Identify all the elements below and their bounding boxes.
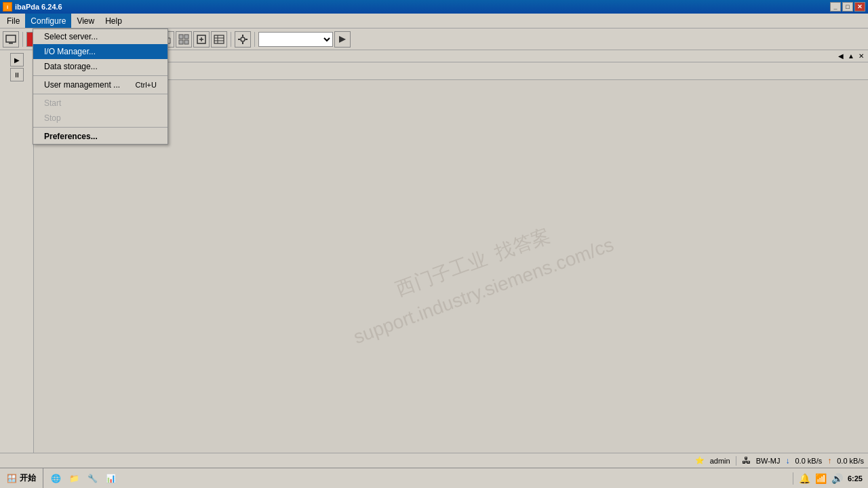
toolbar-go-btn[interactable] bbox=[334, 31, 351, 48]
download-icon: ↓ bbox=[786, 456, 790, 466]
status-upload: 0.0 kB/s bbox=[837, 457, 864, 465]
toolbar-add-btn[interactable] bbox=[193, 31, 210, 48]
start-button[interactable]: 🪟 开始 bbox=[0, 468, 43, 488]
tray-icon-2[interactable]: 📶 bbox=[815, 472, 827, 485]
toolbar-btn-computer[interactable] bbox=[3, 31, 19, 48]
tray-icon-1[interactable]: 🔔 bbox=[799, 472, 811, 485]
window-controls: _ □ ✕ bbox=[830, 2, 865, 12]
close-button[interactable]: ✕ bbox=[854, 2, 865, 12]
minimize-button[interactable]: _ bbox=[830, 2, 841, 12]
taskbar-icons: 🌐 📁 🔧 📊 bbox=[43, 470, 123, 487]
taskbar-icon-tool[interactable]: 🔧 bbox=[84, 470, 100, 487]
menu-user-management-shortcut: Ctrl+U bbox=[136, 81, 157, 89]
svg-rect-10 bbox=[214, 35, 224, 43]
camera-nav-prev-icon[interactable]: ◀ bbox=[837, 52, 845, 60]
network-icon: 🖧 bbox=[742, 455, 751, 466]
svg-rect-4 bbox=[184, 35, 189, 39]
status-admin: admin bbox=[710, 457, 730, 465]
menu-data-storage[interactable]: Data storage... bbox=[33, 59, 167, 74]
title-bar: i ibaPda 6.24.6 _ □ ✕ bbox=[0, 0, 868, 14]
svg-rect-17 bbox=[238, 39, 240, 40]
menu-sep-3 bbox=[33, 127, 167, 128]
status-right: ⭐ admin 🖧 BW-MJ ↓ 0.0 kB/s ↑ 0.0 kB/s bbox=[695, 455, 864, 466]
menu-user-management-label: User management ... bbox=[44, 80, 120, 90]
svg-point-14 bbox=[241, 37, 245, 41]
app-icon: i bbox=[3, 2, 12, 12]
menu-sep-1 bbox=[33, 75, 167, 76]
taskbar: 🪟 开始 🌐 📁 🔧 📊 🔔 📶 🔊 6:25 bbox=[0, 468, 868, 488]
menu-start: Start bbox=[33, 96, 167, 111]
left-pause-btn[interactable]: ⏸ bbox=[10, 68, 24, 81]
status-star-icon: ⭐ bbox=[695, 456, 705, 465]
svg-rect-1 bbox=[9, 43, 13, 44]
toolbar-grid-btn[interactable] bbox=[176, 31, 192, 48]
left-panel: ▶ ⏸ bbox=[0, 50, 34, 473]
camera-expand-icon[interactable]: ▲ bbox=[846, 52, 856, 60]
svg-rect-15 bbox=[242, 35, 243, 37]
toolbar-settings-btn[interactable] bbox=[235, 31, 251, 48]
svg-rect-18 bbox=[245, 39, 248, 40]
window-title: ibaPda 6.24.6 bbox=[15, 3, 830, 11]
taskbar-right: 🔔 📶 🔊 6:25 bbox=[793, 472, 868, 485]
watermark-line2: support.industry.siemens.com/cs bbox=[349, 229, 618, 352]
menu-file[interactable]: File bbox=[1, 14, 25, 28]
toolbar-separator-5 bbox=[254, 32, 255, 47]
watermark-line1: 西门子工业 找答案 bbox=[339, 201, 608, 324]
taskbar-icon-browser[interactable]: 🌐 bbox=[47, 470, 64, 487]
toolbar-combo[interactable] bbox=[258, 32, 333, 47]
svg-marker-19 bbox=[339, 36, 346, 43]
configure-dropdown: Select server... I/O Manager... Data sto… bbox=[33, 29, 168, 145]
menu-bar: File Configure View Help bbox=[0, 14, 868, 29]
maximize-button[interactable]: □ bbox=[842, 2, 853, 12]
camera-close-icon[interactable]: ✕ bbox=[857, 52, 865, 60]
start-label: 开始 bbox=[20, 472, 36, 484]
svg-rect-16 bbox=[242, 42, 243, 44]
menu-view[interactable]: View bbox=[71, 14, 100, 28]
svg-rect-0 bbox=[6, 35, 16, 42]
upload-icon: ↑ bbox=[827, 456, 831, 466]
taskbar-time: 6:25 bbox=[848, 474, 863, 483]
taskbar-icon-folder[interactable]: 📁 bbox=[66, 470, 82, 487]
menu-user-management[interactable]: User management ... Ctrl+U bbox=[33, 77, 167, 92]
menu-sep-2 bbox=[33, 94, 167, 94]
menu-io-manager[interactable]: I/O Manager... bbox=[33, 44, 167, 59]
watermark: 西门子工业 找答案 support.industry.siemens.com/c… bbox=[339, 201, 618, 352]
menu-preferences[interactable]: Preferences... bbox=[33, 129, 167, 144]
tray-icon-volume[interactable]: 🔊 bbox=[831, 472, 844, 485]
toolbar-separator-4 bbox=[231, 32, 231, 47]
menu-select-server[interactable]: Select server... bbox=[33, 29, 167, 44]
toolbar-table-btn[interactable] bbox=[211, 31, 227, 48]
toolbar-separator-1 bbox=[22, 32, 23, 47]
left-play-btn[interactable]: ▶ bbox=[10, 53, 24, 67]
status-download: 0.0 kB/s bbox=[795, 457, 823, 465]
menu-stop: Stop bbox=[33, 111, 167, 126]
svg-rect-3 bbox=[179, 35, 183, 39]
status-bar: ⭐ admin 🖧 BW-MJ ↓ 0.0 kB/s ↑ 0.0 kB/s bbox=[0, 453, 868, 468]
status-sep-1 bbox=[736, 456, 736, 466]
svg-rect-5 bbox=[179, 40, 183, 44]
status-server: BW-MJ bbox=[756, 457, 781, 465]
svg-rect-6 bbox=[184, 40, 189, 44]
taskbar-icon-app[interactable]: 📊 bbox=[102, 470, 119, 487]
start-icon: 🪟 bbox=[7, 474, 17, 483]
menu-configure[interactable]: Configure bbox=[25, 14, 71, 28]
menu-help[interactable]: Help bbox=[100, 14, 127, 28]
